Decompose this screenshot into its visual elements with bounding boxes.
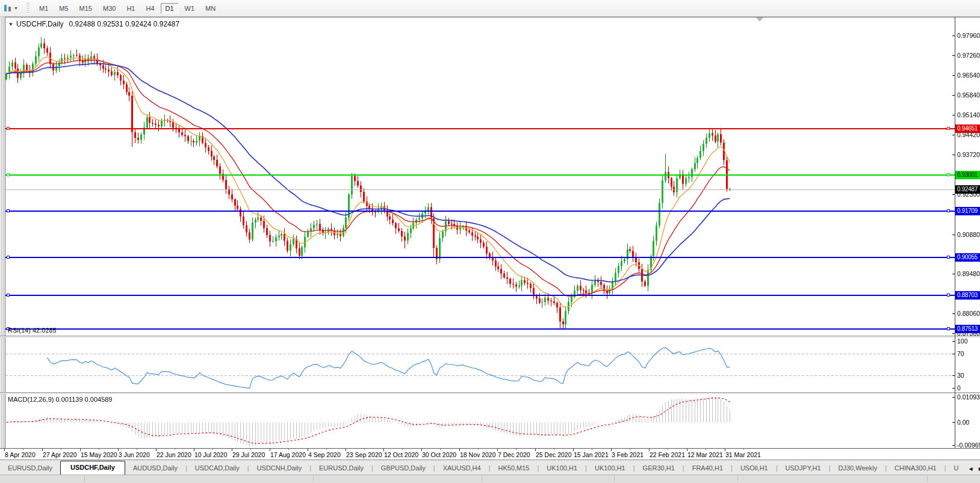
macd-axis-label: -0.009653 (957, 441, 980, 449)
date-tick-minor (61, 449, 61, 450)
line-handle-left[interactable] (7, 173, 10, 176)
tab-fra40-h1[interactable]: FRA40,H1 (684, 462, 731, 475)
price-tick (952, 194, 955, 195)
chart-symbol-label: USDCHF,Daily (16, 20, 64, 28)
price-tick (952, 274, 955, 274)
tab-audusd-daily[interactable]: AUDUSD,Daily (125, 462, 185, 475)
date-tick-minor (706, 449, 706, 450)
tab-uk100-h1[interactable]: UK100,H1 (539, 462, 585, 475)
price-level-label-0.94651: 0.94651 (955, 125, 980, 133)
line-handle-left[interactable] (7, 256, 10, 259)
tab-china300-h1[interactable]: CHINA300,H1 (887, 462, 944, 475)
hline-resistance-0.94651[interactable] (5, 128, 955, 129)
rsi-title: RSI(14) (8, 327, 31, 334)
date-tick-minor (630, 449, 630, 450)
tab-dj30-weekly[interactable]: DJ30,Weekly (831, 462, 885, 475)
chart-tab-bar: EURUSD,DailyUSDCHF,DailyAUDUSD,Daily|USD… (0, 460, 980, 475)
chart-canvas[interactable] (0, 0, 980, 483)
macd-title: MACD(12,26,9) (8, 396, 54, 403)
date-label: 29 Jul 2020 (232, 451, 265, 458)
price-tick-label: 0.90880 (957, 231, 980, 238)
tab-eurusd-daily[interactable]: EURUSD,Daily (0, 462, 60, 475)
line-handle-right[interactable] (947, 127, 950, 130)
date-label: 4 Sep 2020 (308, 451, 341, 458)
price-level-label-0.88703: 0.88703 (955, 291, 980, 300)
date-tick-minor (288, 449, 289, 450)
price-tick (952, 95, 955, 96)
price-level-label-0.90055: 0.90055 (955, 253, 980, 262)
line-handle-left[interactable] (7, 294, 10, 297)
rsi-axis-label: 100 (957, 337, 968, 345)
tab-eurusd-daily[interactable]: EURUSD,Daily (311, 462, 371, 475)
date-label: 31 Mar 2021 (725, 451, 761, 458)
date-label: 12 Mar 2021 (687, 451, 723, 458)
tab-usdchf-daily[interactable]: USDCHF,Daily (60, 461, 125, 475)
line-handle-left[interactable] (7, 209, 10, 212)
date-tick-minor (592, 449, 592, 450)
date-tick-minor (212, 449, 213, 450)
date-tick-minor (554, 449, 554, 450)
tab-ger30-h1[interactable]: GER30,H1 (635, 462, 683, 475)
line-handle-right[interactable] (947, 256, 950, 259)
hline-support-0.88703[interactable] (5, 295, 955, 296)
price-level-label-0.87513: 0.87513 (955, 325, 980, 333)
price-tick (952, 135, 955, 135)
tab-scroll-left-icon[interactable]: ◀ (969, 466, 973, 472)
date-tick-minor (250, 449, 251, 450)
chart-shift-marker-icon[interactable] (756, 17, 763, 22)
tab-usoil-h1[interactable]: USOil,H1 (733, 462, 776, 475)
tab-usdcad-daily[interactable]: USDCAD,Daily (187, 462, 247, 475)
date-label: 3 Feb 2021 (612, 451, 644, 458)
pane-separator-rsi-macd[interactable] (0, 392, 980, 394)
tab-usdjpy-h1[interactable]: USDJPY,H1 (778, 462, 829, 475)
date-label: 30 Oct 2020 (422, 451, 456, 458)
current-price-label: 0.92487 (955, 185, 980, 194)
tab-uk100-h1[interactable]: UK100,H1 (587, 462, 633, 475)
date-label: 22 Jun 2020 (157, 451, 191, 458)
date-axis[interactable]: 8 Apr 202027 Apr 202015 May 20203 Jun 20… (0, 449, 980, 460)
tab-gbpusd-daily[interactable]: GBPUSD,Daily (373, 462, 433, 475)
price-tick-label: 0.93720 (957, 151, 980, 158)
status-strip-separator (313, 476, 314, 482)
date-tick-minor (440, 449, 441, 450)
hline-support-0.87513[interactable] (5, 328, 955, 330)
rsi-axis-label: 30 (957, 372, 964, 379)
rsi-axis-tick (952, 341, 955, 342)
date-tick-minor (516, 449, 516, 450)
date-tick-minor (478, 449, 479, 450)
macd-axis-label: 0.010933 (957, 393, 980, 401)
price-axis-border (955, 17, 955, 460)
pane-separator-main-rsi[interactable] (0, 336, 980, 337)
line-handle-right[interactable] (947, 294, 950, 297)
date-label: 17 Aug 2020 (270, 451, 306, 458)
symbol-dropdown-icon[interactable]: ▼ (8, 22, 13, 27)
tab-u[interactable]: U (946, 462, 967, 475)
date-label: 15 Jan 2021 (574, 451, 609, 458)
macd-pane-label: MACD(12,26,9) 0.001139 0.004589 (8, 396, 112, 403)
price-tick-label: 0.96540 (957, 72, 980, 79)
tab-xauusd-h4[interactable]: XAUUSD,H4 (435, 462, 489, 475)
line-handle-left[interactable] (7, 127, 10, 130)
date-label: 12 Oct 2020 (384, 451, 418, 458)
rsi-axis-label: 70 (957, 350, 964, 357)
hline-support-0.90055[interactable] (5, 257, 955, 258)
status-strip-separator (84, 476, 85, 482)
date-label: 23 Sep 2020 (346, 451, 382, 458)
rsi-axis-label: 0 (957, 384, 961, 392)
macd-axis-tick (952, 445, 955, 446)
line-handle-right[interactable] (947, 173, 950, 176)
macd-current-values: 0.001139 0.004589 (55, 396, 112, 403)
tab-usdcnh-daily[interactable]: USDCNH,Daily (249, 462, 310, 475)
line-handle-right[interactable] (947, 209, 950, 212)
date-label: 18 Nov 2020 (460, 451, 496, 458)
mt4-window: ▼ M1M5M15M30H1H4D1W1MN ▼USDCHF,Daily0.92… (0, 0, 980, 483)
status-strip-separator (927, 476, 928, 482)
price-level-label-0.93001: 0.93001 (955, 171, 980, 179)
rsi-current-value: 42.0285 (33, 327, 57, 334)
date-tick-minor (175, 449, 175, 450)
date-label: 3 Jun 2020 (119, 451, 150, 458)
tab-hk50-m15[interactable]: HK50,M15 (491, 462, 538, 475)
hline-support-0.91709[interactable] (5, 211, 955, 212)
hline-resistance-0.93001[interactable] (5, 174, 955, 176)
line-handle-right[interactable] (947, 327, 950, 330)
